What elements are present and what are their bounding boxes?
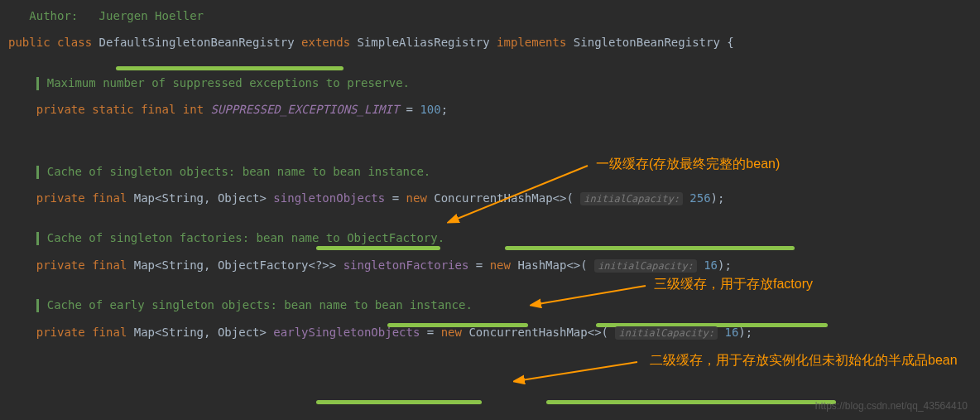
kw: final [92, 191, 127, 205]
param-hint: initialCapacity: [580, 192, 683, 205]
kw: final [92, 326, 127, 339]
num: 100 [420, 103, 440, 116]
type: int [183, 103, 204, 116]
code-line-field3: private final Map<String, ObjectFactory<… [8, 256, 980, 274]
type: Map<String, ObjectFactory<?>> [134, 258, 336, 272]
comment-text: Maximum number of suppressed exceptions … [47, 76, 410, 89]
param-hint: initialCapacity: [615, 326, 718, 340]
underline [546, 400, 836, 404]
num: 16 [704, 258, 718, 272]
op: = [392, 191, 399, 205]
field-name: singletonObjects [273, 191, 385, 205]
impl: ConcurrentHashMap<>( [434, 191, 574, 205]
doc-bar-icon [36, 77, 39, 90]
annotation2: 三级缓存，用于存放factory [654, 276, 813, 293]
arrow-icon [513, 358, 646, 387]
svg-line-2 [521, 362, 637, 380]
kw: new [406, 191, 427, 205]
code-line-comment1: Maximum number of suppressed exceptions … [8, 74, 980, 92]
type: Map<String, Object> [134, 191, 267, 205]
underline [316, 400, 482, 404]
kw-implements: implements [497, 36, 566, 49]
close: ); [718, 258, 732, 272]
code-line-author: Author: Juergen Hoeller [8, 7, 980, 25]
code-editor[interactable]: Author: Juergen Hoeller public class Def… [0, 0, 980, 348]
kw-public: public [8, 36, 50, 49]
code-line-field1: private static final int SUPPRESSED_EXCE… [8, 100, 980, 118]
code-line-comment3: Cache of singleton factories: bean name … [8, 229, 980, 247]
brace: { [727, 36, 733, 49]
watermark: https://blog.csdn.net/qq_43564410 [815, 400, 968, 412]
author-label: Author: [29, 9, 78, 22]
num: 16 [724, 326, 738, 339]
code-line-field2: private final Map<String, Object> single… [8, 189, 980, 207]
op: = [406, 103, 413, 116]
kw: new [441, 326, 462, 339]
iface-name: SingletonBeanRegistry [574, 36, 720, 49]
comment-text: Cache of singleton objects: bean name to… [47, 165, 431, 178]
semi: ; [441, 103, 448, 116]
op: = [476, 258, 483, 272]
num: 256 [689, 191, 710, 205]
annotation3: 二级缓存，用于存放实例化但未初始化的半成品bean [650, 352, 958, 369]
close: ); [711, 191, 725, 205]
kw-extends: extends [301, 36, 350, 49]
code-line-comment2: Cache of singleton objects: bean name to… [8, 162, 980, 181]
annotation1: 一级缓存(存放最终完整的bean) [596, 156, 780, 173]
const-name: SUPPRESSED_EXCEPTIONS_LIMIT [211, 103, 400, 116]
doc-bar-icon [36, 299, 39, 312]
type: Map<String, Object> [134, 326, 267, 339]
kw: new [490, 258, 511, 272]
kw: private [36, 258, 85, 272]
kw-class: class [57, 36, 92, 49]
kw: private [36, 103, 85, 116]
author-name: Juergen Hoeller [99, 9, 204, 22]
kw: final [141, 103, 175, 116]
impl: ConcurrentHashMap<>( [468, 326, 608, 339]
doc-bar-icon [36, 166, 39, 179]
param-hint: initialCapacity: [594, 259, 697, 273]
kw: static [92, 103, 134, 116]
field-name: earlySingletonObjects [273, 326, 420, 339]
field-name: singletonFactories [343, 258, 469, 272]
kw: private [36, 326, 85, 339]
comment-text: Cache of singleton factories: bean name … [47, 231, 444, 244]
code-line-comment4: Cache of early singleton objects: bean n… [8, 296, 980, 314]
comment-text: Cache of early singleton objects: bean n… [47, 298, 473, 311]
doc-bar-icon [36, 232, 39, 245]
kw: final [92, 258, 127, 272]
impl: HashMap<>( [517, 258, 587, 272]
class-name: DefaultSingletonBeanRegistry [99, 36, 295, 49]
underline [116, 66, 343, 70]
op: = [427, 326, 434, 339]
kw: private [36, 191, 85, 205]
parent-class: SimpleAliasRegistry [358, 36, 490, 49]
code-line-classdecl: public class DefaultSingletonBeanRegistr… [8, 33, 980, 51]
code-line-field4: private final Map<String, Object> earlyS… [8, 323, 980, 341]
close: ); [738, 326, 752, 339]
